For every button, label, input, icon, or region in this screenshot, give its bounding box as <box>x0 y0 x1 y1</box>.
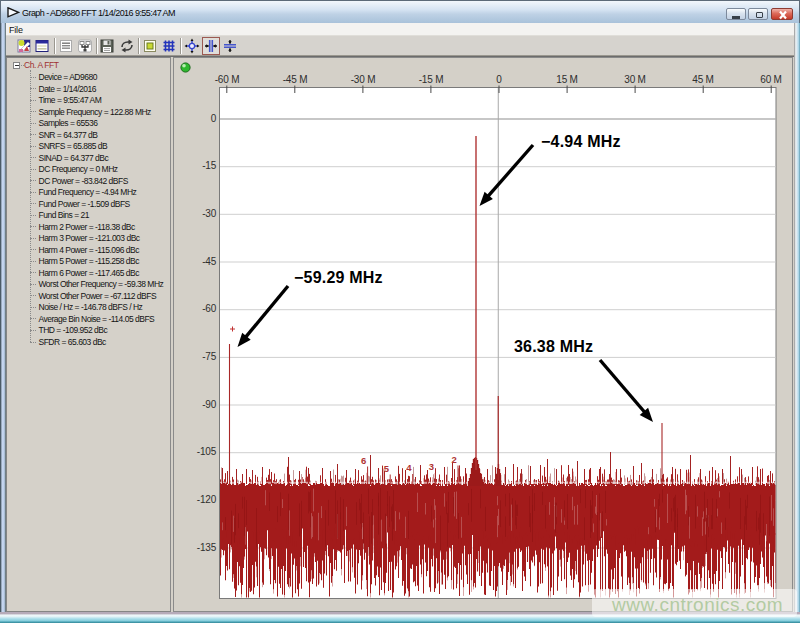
svg-text:4: 4 <box>406 462 412 473</box>
svg-text:6: 6 <box>361 455 366 466</box>
svg-text:2: 2 <box>452 454 457 465</box>
svg-text:5: 5 <box>384 463 390 474</box>
svg-text:3: 3 <box>429 461 434 472</box>
